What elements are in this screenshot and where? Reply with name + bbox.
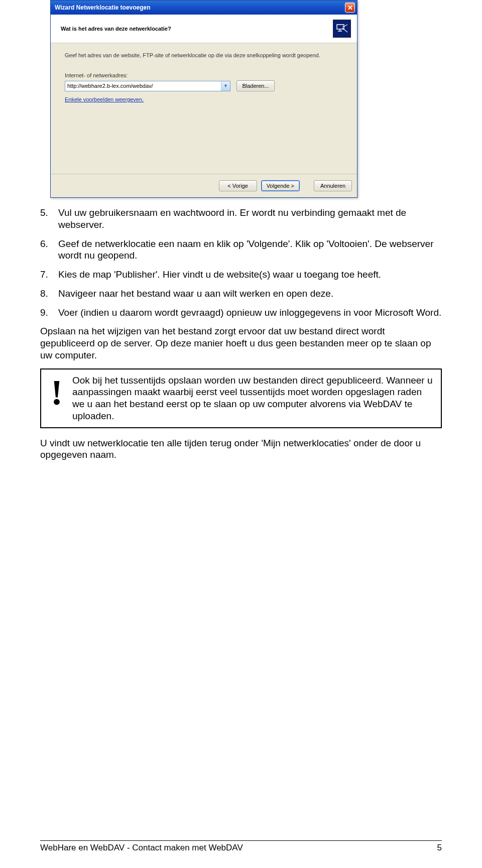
list-item-number: 5. bbox=[40, 207, 58, 231]
warning-callout: ! Ook bij het tussentijds opslaan worden… bbox=[40, 368, 442, 428]
list-item: 6. Geef de netwerklocatie een naam en kl… bbox=[40, 238, 442, 262]
close-icon: ✕ bbox=[347, 5, 353, 11]
list-item-text: Vul uw gebruikersnaam en wachtwoord in. … bbox=[58, 207, 442, 231]
list-item-number: 6. bbox=[40, 238, 58, 262]
list-item: 9. Voer (indien u daarom wordt gevraagd)… bbox=[40, 307, 442, 319]
list-item: 8. Navigeer naar het bestand waar u aan … bbox=[40, 288, 442, 300]
list-item-text: Geef de netwerklocatie een naam en klik … bbox=[58, 238, 442, 262]
next-button[interactable]: Volgende > bbox=[261, 180, 300, 191]
document-body: 5. Vul uw gebruikersnaam en wachtwoord i… bbox=[40, 207, 442, 461]
wizard-body: Geef het adres van de website, FTP-site … bbox=[51, 43, 357, 174]
address-combobox[interactable]: ▼ bbox=[65, 81, 230, 91]
wizard-intro: Geef het adres van de website, FTP-site … bbox=[65, 52, 343, 58]
chevron-down-icon[interactable]: ▼ bbox=[221, 81, 230, 91]
list-item-number: 8. bbox=[40, 288, 58, 300]
callout-text: Ook bij het tussentijds opslaan worden u… bbox=[72, 375, 434, 422]
list-item-text: Navigeer naar het bestand waar u aan wil… bbox=[58, 288, 442, 300]
list-item-text: Voer (indien u daarom wordt gevraagd) op… bbox=[58, 307, 442, 319]
close-button[interactable]: ✕ bbox=[345, 3, 355, 13]
exclamation-icon: ! bbox=[48, 375, 65, 422]
wizard-header-panel: Wat is het adres van deze netwerklocatie… bbox=[51, 15, 357, 43]
wizard-titlebar: Wizard Netwerklocatie toevoegen ✕ bbox=[51, 1, 357, 15]
list-item-number: 7. bbox=[40, 269, 58, 281]
address-input[interactable] bbox=[65, 81, 221, 91]
browse-button[interactable]: Bladeren... bbox=[236, 80, 275, 91]
wizard-dialog: Wizard Netwerklocatie toevoegen ✕ Wat is… bbox=[50, 0, 357, 198]
page-footer: WebHare en WebDAV - Contact maken met We… bbox=[40, 840, 442, 853]
list-item: 5. Vul uw gebruikersnaam en wachtwoord i… bbox=[40, 207, 442, 231]
numbered-list: 5. Vul uw gebruikersnaam en wachtwoord i… bbox=[40, 207, 442, 318]
paragraph: Opslaan na het wijzigen van het bestand … bbox=[40, 325, 442, 361]
previous-button[interactable]: < Vorige bbox=[219, 180, 257, 191]
wizard-footer: < Vorige Volgende > Annuleren bbox=[51, 174, 357, 197]
examples-link[interactable]: Enkele voorbeelden weergeven. bbox=[65, 96, 144, 102]
page-number: 5 bbox=[437, 843, 442, 853]
paragraph: U vindt uw netwerklocatie ten alle tijde… bbox=[40, 437, 442, 461]
list-item-number: 9. bbox=[40, 307, 58, 319]
cancel-button[interactable]: Annuleren bbox=[314, 180, 352, 191]
wizard-heading: Wat is het adres van deze netwerklocatie… bbox=[57, 26, 171, 32]
list-item-text: Kies de map 'Publisher'. Hier vindt u de… bbox=[58, 269, 442, 281]
footer-title: WebHare en WebDAV - Contact maken met We… bbox=[40, 843, 243, 853]
list-item: 7. Kies de map 'Publisher'. Hier vindt u… bbox=[40, 269, 442, 281]
network-icon bbox=[333, 20, 351, 38]
address-label: Internet- of netwerkadres: bbox=[65, 72, 343, 78]
wizard-title: Wizard Netwerklocatie toevoegen bbox=[55, 4, 151, 11]
